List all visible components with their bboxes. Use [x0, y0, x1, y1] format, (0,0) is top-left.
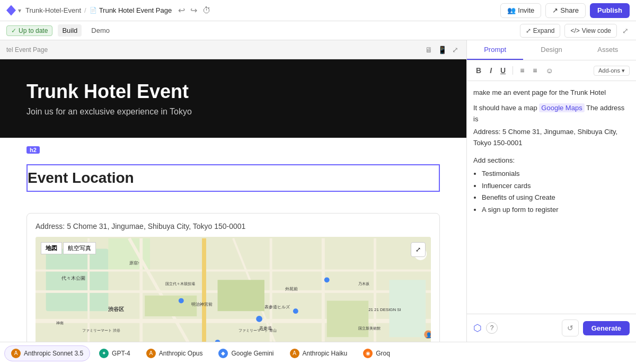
- model-chip-gemini[interactable]: ◆ Google Gemini: [211, 345, 280, 361]
- page-icon: 📄: [90, 7, 97, 14]
- svg-point-38: [256, 316, 262, 322]
- prompt-add-sections: Add sections:: [473, 155, 630, 166]
- svg-rect-11: [322, 238, 325, 342]
- svg-text:外苑前: 外苑前: [285, 287, 298, 291]
- logo-diamond: [6, 5, 16, 16]
- google-maps-link[interactable]: Google Maps: [539, 103, 584, 112]
- groq-icon: ◉: [363, 349, 373, 358]
- prompt-bullet-2: Influencer cards: [482, 181, 630, 192]
- section-heading: Event Location: [26, 164, 440, 192]
- svg-text:ファミリーマート 青山: ファミリーマート 青山: [238, 329, 277, 332]
- svg-text:神南: 神南: [56, 321, 64, 325]
- addons-button[interactable]: Add-ons ▾: [594, 66, 630, 76]
- breadcrumb: Trunk-Hotel-Event / 📄 Trunk Hotel Event …: [25, 6, 172, 14]
- page-header: Trunk Hotel Event Join us for an exclusi…: [0, 59, 466, 138]
- svg-text:👤: 👤: [426, 332, 431, 339]
- canvas-expand-button[interactable]: ⤢: [450, 44, 460, 56]
- svg-rect-18: [327, 301, 369, 338]
- unordered-list-button[interactable]: ≡: [530, 65, 540, 76]
- underline-button[interactable]: U: [498, 65, 508, 76]
- mobile-view-button[interactable]: 📱: [436, 44, 448, 56]
- map-container[interactable]: 代々木公園 原宿↑ 渋谷区 表参道 明治神宮前 渋谷PARCO 外苑前 乃木坂 …: [36, 237, 431, 342]
- svg-point-41: [293, 308, 298, 314]
- undo-button[interactable]: ↩: [176, 3, 187, 17]
- generate-button[interactable]: Generate: [583, 321, 630, 335]
- build-mode-button[interactable]: Build: [58, 24, 82, 37]
- model-chip-haiku[interactable]: A Anthropic Haiku: [283, 345, 355, 361]
- model-bar: A Anthropic Sonnet 3.5 ✦ GPT-4 A Anthrop…: [0, 342, 636, 364]
- italic-button[interactable]: I: [487, 65, 494, 76]
- map-expand-button[interactable]: ⤢: [411, 242, 426, 257]
- desktop-view-button[interactable]: 🖥: [423, 44, 434, 56]
- anthropic-opus-icon: A: [146, 349, 156, 358]
- demo-mode-button[interactable]: Demo: [87, 24, 114, 37]
- canvas-content: Trunk Hotel Event Join us for an exclusi…: [0, 59, 466, 342]
- panel-toolbar: B I U ≡ ≡ ☺ Add-ons ▾: [467, 60, 636, 81]
- discord-icon[interactable]: ⬡: [473, 322, 482, 334]
- breadcrumb-current[interactable]: 📄 Trunk Hotel Event Page: [90, 6, 172, 14]
- prompt-bullet-3: Benefits of using Create: [482, 192, 630, 203]
- share-icon: ↗: [552, 6, 558, 14]
- svg-rect-7: [36, 270, 431, 272]
- canvas-title: tel Event Page: [6, 46, 48, 54]
- svg-point-42: [324, 277, 330, 282]
- svg-rect-16: [145, 296, 197, 316]
- panel-bottom: ⬡ ? ↺ Generate: [467, 314, 636, 342]
- invite-button[interactable]: 👥 Invite: [500, 3, 541, 18]
- svg-text:ファミリーマート 渋谷: ファミリーマート 渋谷: [82, 329, 120, 332]
- help-button[interactable]: ?: [486, 322, 498, 334]
- prompt-bullet-1: Testimonials: [482, 168, 630, 180]
- regenerate-button[interactable]: ↺: [562, 319, 579, 336]
- anthropic-sonnet-label: Anthropic Sonnet 3.5: [24, 350, 83, 357]
- svg-text:国立新美術館: 国立新美術館: [358, 326, 381, 330]
- model-chip-sonnet[interactable]: A Anthropic Sonnet 3.5: [4, 345, 90, 361]
- expand-button[interactable]: ⤢ Expand: [520, 24, 561, 38]
- map-type-controls: 地図 航空写真: [41, 242, 96, 254]
- google-gemini-icon: ◆: [218, 349, 228, 358]
- tab-assets[interactable]: Assets: [580, 40, 636, 60]
- redo-button[interactable]: ↪: [188, 3, 199, 17]
- model-chip-groq[interactable]: ◉ Groq: [356, 345, 397, 361]
- status-icon: ✓: [11, 27, 16, 34]
- svg-rect-17: [218, 280, 264, 311]
- undo-redo-group: ↩ ↪ ⏱: [176, 3, 213, 17]
- location-address: Address: 5 Chome 31, Jingumae, Shibuya C…: [36, 222, 431, 230]
- expand-icon: ⤢: [526, 27, 531, 34]
- view-code-button[interactable]: </> View code: [564, 24, 617, 38]
- canvas-area: tel Event Page 🖥 📱 ⤢ Trunk Hotel Event J…: [0, 40, 466, 342]
- page-header-title: Trunk Hotel Event: [26, 81, 440, 103]
- publish-button[interactable]: Publish: [590, 3, 630, 18]
- svg-text:乃木坂: 乃木坂: [358, 282, 369, 286]
- invite-icon: 👥: [507, 6, 516, 14]
- svg-rect-3: [36, 319, 431, 323]
- svg-text:表参道ヒルズ: 表参道ヒルズ: [264, 305, 290, 309]
- anthropic-opus-label: Anthropic Opus: [159, 350, 203, 357]
- svg-text:国立代々木競技場: 国立代々木競技場: [165, 282, 195, 286]
- code-icon: </>: [570, 27, 579, 34]
- prompt-bullet-4: A sign up form to register: [482, 205, 630, 216]
- google-gemini-label: Google Gemini: [231, 350, 273, 357]
- toolbar-separator: [513, 66, 513, 75]
- ordered-list-button[interactable]: ≡: [517, 65, 527, 76]
- breadcrumb-separator: /: [84, 6, 86, 14]
- emoji-button[interactable]: ☺: [543, 65, 555, 76]
- history-button[interactable]: ⏱: [200, 3, 213, 17]
- map-type-map-button[interactable]: 地図: [41, 242, 62, 254]
- device-icons: 🖥 📱 ⤢: [423, 44, 460, 56]
- logo: ▾: [6, 3, 21, 18]
- prompt-sections-list: Testimonials Influencer cards Benefits o…: [482, 168, 630, 216]
- tab-design[interactable]: Design: [523, 40, 579, 60]
- svg-text:原宿↑: 原宿↑: [129, 261, 140, 265]
- bold-button[interactable]: B: [473, 65, 484, 76]
- panel-content: make me an event page for the Trunk Hote…: [467, 81, 636, 314]
- share-button[interactable]: ↗ Share: [545, 3, 586, 18]
- tab-prompt[interactable]: Prompt: [467, 40, 523, 60]
- fullscreen-button[interactable]: ⤢: [621, 25, 630, 36]
- breadcrumb-parent[interactable]: Trunk-Hotel-Event: [25, 6, 81, 14]
- model-chip-gpt4[interactable]: ✦ GPT-4: [92, 345, 137, 361]
- map-type-aerial-button[interactable]: 航空写真: [63, 242, 96, 254]
- model-chip-opus[interactable]: A Anthropic Opus: [139, 345, 210, 361]
- svg-text:21 21 DESIGN SI: 21 21 DESIGN SI: [368, 307, 401, 312]
- view-controls: ⤢ Expand </> View code ⤢: [520, 24, 630, 38]
- gpt4-icon: ✦: [99, 349, 109, 358]
